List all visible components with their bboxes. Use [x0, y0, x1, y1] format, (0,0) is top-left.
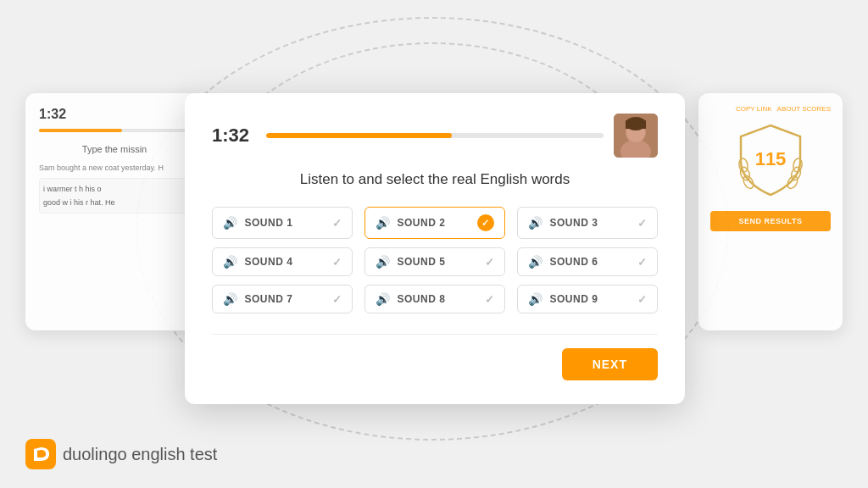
main-card: 1:32 Listen to and select the real Engli…	[185, 93, 685, 404]
sound-label-1: SOUND 1	[245, 217, 293, 229]
check-icon-4: ✓	[332, 256, 342, 269]
bg-card-blanks-left: i warmer t h his o good w i his r hat. H…	[39, 178, 190, 214]
sound-btn-9-left: 🔊 SOUND 9	[528, 292, 598, 306]
speaker-icon-5: 🔊	[376, 255, 391, 269]
svg-point-0	[742, 175, 756, 191]
next-button[interactable]: NEXT	[562, 348, 658, 380]
divider	[212, 334, 658, 335]
logo-brand: duolingo	[63, 445, 127, 463]
sound-btn-7-left: 🔊 SOUND 7	[223, 292, 292, 306]
shield-container: 115	[710, 121, 831, 197]
sound-btn-2[interactable]: 🔊 SOUND 2 ✓	[364, 207, 505, 239]
bg-timer-left: 1:32	[39, 107, 190, 122]
sound-label-2: SOUND 2	[398, 217, 446, 229]
sound-label-7: SOUND 7	[245, 293, 293, 305]
sound-btn-4-left: 🔊 SOUND 4	[223, 255, 292, 269]
progress-bar-container	[266, 133, 604, 138]
sound-btn-9[interactable]: 🔊 SOUND 9 ✓	[517, 285, 658, 313]
instruction-text: Listen to and select the real English wo…	[212, 171, 658, 188]
next-btn-row: NEXT	[212, 348, 658, 380]
logo-text: duolingo english test	[63, 445, 217, 464]
check-icon-7: ✓	[332, 293, 342, 306]
sound-btn-3-left: 🔊 SOUND 3	[528, 216, 598, 230]
check-icon-6: ✓	[637, 256, 648, 269]
duolingo-logo-icon	[25, 439, 56, 469]
speaker-icon-1: 🔊	[223, 216, 238, 230]
sound-btn-8-left: 🔊 SOUND 8	[376, 292, 445, 306]
check-icon-3: ✓	[637, 217, 648, 230]
about-scores-label: ABOUT SCORES	[777, 105, 831, 113]
sound-label-8: SOUND 8	[398, 293, 446, 305]
speaker-icon-8: 🔊	[376, 292, 391, 306]
speaker-icon-6: 🔊	[528, 255, 543, 269]
bottom-logo: duolingo english test	[25, 439, 217, 469]
svg-text:115: 115	[755, 148, 787, 169]
speaker-icon-2: 🔊	[376, 216, 391, 230]
check-icon-2: ✓	[477, 214, 494, 231]
sound-btn-1[interactable]: 🔊 SOUND 1 ✓	[212, 207, 353, 239]
sound-btn-4[interactable]: 🔊 SOUND 4 ✓	[212, 247, 353, 276]
logo-suffix: english test	[127, 445, 218, 463]
avatar	[614, 114, 658, 158]
speaker-icon-7: 🔊	[223, 292, 238, 306]
sound-btn-2-left: 🔊 SOUND 2	[376, 216, 445, 230]
check-icon-9: ✓	[637, 293, 648, 306]
bg-progress-fill-left	[39, 129, 122, 132]
bg-card-right: COPY LINK ABOUT SCORES 115 SEND RESULTS	[698, 93, 843, 330]
speaker-icon-9: 🔊	[528, 292, 543, 306]
check-icon-8: ✓	[485, 293, 495, 306]
sound-btn-3[interactable]: 🔊 SOUND 3 ✓	[517, 207, 658, 239]
timer-label: 1:32	[212, 125, 256, 147]
bg-card-left: 1:32 Type the missin Sam bought a new co…	[25, 93, 203, 330]
copy-link-label: COPY LINK	[736, 105, 772, 113]
sound-label-3: SOUND 3	[550, 217, 598, 229]
progress-bar-fill	[266, 133, 452, 138]
sound-btn-6-left: 🔊 SOUND 6	[528, 255, 598, 269]
send-results-button[interactable]: SEND RESULTS	[710, 211, 831, 231]
sound-btn-8[interactable]: 🔊 SOUND 8 ✓	[364, 285, 505, 313]
shield-icon: 115	[737, 121, 804, 197]
sound-btn-7[interactable]: 🔊 SOUND 7 ✓	[212, 285, 353, 313]
sound-label-6: SOUND 6	[550, 256, 598, 268]
sound-btn-6[interactable]: 🔊 SOUND 6 ✓	[517, 247, 658, 276]
sound-grid: 🔊 SOUND 1 ✓ 🔊 SOUND 2 ✓ 🔊 SOUND 3 ✓ 🔊	[212, 207, 658, 313]
sound-btn-5[interactable]: 🔊 SOUND 5 ✓	[364, 247, 505, 276]
svg-rect-12	[626, 120, 646, 129]
speaker-icon-4: 🔊	[223, 255, 238, 269]
bg-progress-left	[39, 129, 190, 132]
check-icon-1: ✓	[332, 217, 342, 230]
speaker-icon-3: 🔊	[528, 216, 543, 230]
sound-btn-1-left: 🔊 SOUND 1	[223, 216, 292, 230]
sound-label-5: SOUND 5	[398, 256, 446, 268]
svg-point-3	[786, 175, 800, 191]
sound-label-4: SOUND 4	[245, 256, 293, 268]
check-icon-5: ✓	[485, 256, 495, 269]
bg-card-title-left: Type the missin	[39, 144, 190, 154]
right-card-top-row: COPY LINK ABOUT SCORES	[710, 105, 831, 113]
sound-btn-5-left: 🔊 SOUND 5	[376, 255, 445, 269]
bg-card-text-left: Sam bought a new coat yesterday. H	[39, 163, 190, 175]
sound-label-9: SOUND 9	[550, 293, 598, 305]
timer-row: 1:32	[212, 114, 658, 158]
